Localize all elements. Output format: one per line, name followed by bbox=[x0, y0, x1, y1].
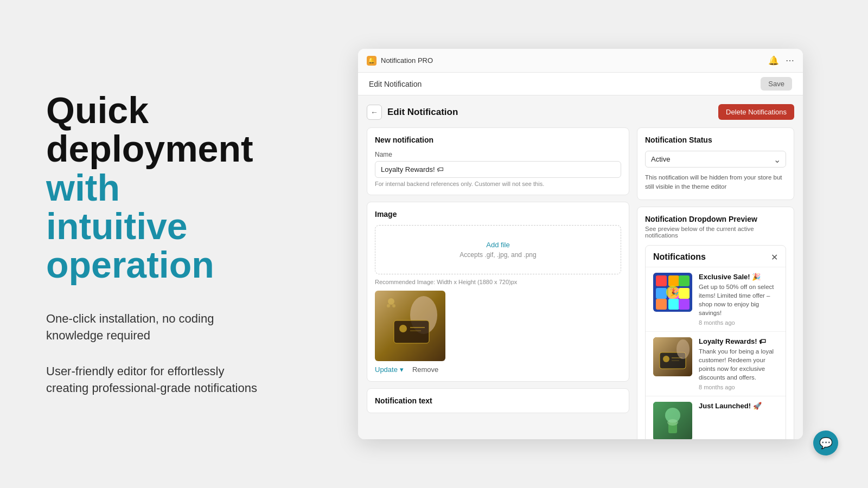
upload-accepts-hint: Accepts .gif, .jpg, and .png bbox=[391, 251, 605, 259]
title-line4: intuitive bbox=[46, 206, 188, 247]
notif-item-1-time: 8 months ago bbox=[699, 319, 778, 326]
status-card: Notification Status Active Inactive Draf… bbox=[637, 127, 794, 200]
hero-title: Quick deployment with intuitive operatio… bbox=[46, 91, 260, 285]
left-column: New notification Name For internal backe… bbox=[367, 127, 629, 439]
back-icon: ← bbox=[371, 108, 378, 117]
notif-item-2-time: 8 months ago bbox=[699, 384, 778, 390]
notif-item-2-title: Loyalty Rewards! 🏷 bbox=[699, 337, 778, 345]
svg-point-32 bbox=[667, 419, 678, 426]
notification-item-1-content: Exclusive Sale! 🎉 Get up to 50% off on s… bbox=[699, 273, 778, 326]
notification-text-title: Notification text bbox=[375, 396, 621, 405]
svg-rect-12 bbox=[668, 275, 679, 286]
page-title: Edit Notification bbox=[387, 107, 458, 118]
svg-point-4 bbox=[399, 325, 407, 332]
update-label: Update bbox=[375, 365, 398, 374]
svg-rect-13 bbox=[679, 275, 690, 286]
breadcrumb-bar: Edit Notification Save bbox=[358, 73, 803, 95]
remove-link[interactable]: Remove bbox=[412, 365, 438, 374]
image-actions: Update ▾ Remove bbox=[375, 365, 621, 374]
preview-panel: Notification Dropdown Preview See previe… bbox=[637, 207, 794, 440]
right-panel: 🔔 Notification PRO 🔔 ⋯ Edit Notification… bbox=[304, 0, 868, 488]
notification-item-1-image: 🎉 bbox=[653, 273, 692, 312]
svg-point-28 bbox=[676, 339, 690, 359]
notification-item-3-image bbox=[653, 402, 692, 439]
svg-rect-14 bbox=[656, 288, 667, 299]
new-notification-title: New notification bbox=[375, 136, 621, 144]
name-input[interactable] bbox=[375, 161, 621, 178]
topbar-left: 🔔 Notification PRO bbox=[367, 56, 433, 66]
svg-rect-17 bbox=[656, 299, 667, 310]
dropdown-title: Notifications bbox=[653, 252, 706, 262]
notification-item-1[interactable]: 🎉 Exclusive Sale! 🎉 Get up to 50% off on… bbox=[646, 267, 786, 331]
notification-text-card: Notification text bbox=[367, 388, 629, 413]
status-select-wrapper: Active Inactive Draft bbox=[645, 151, 786, 168]
image-card-title: Image bbox=[375, 210, 621, 219]
name-label: Name bbox=[375, 151, 621, 158]
update-button[interactable]: Update ▾ bbox=[375, 365, 404, 374]
page-header-left: ← Edit Notification bbox=[367, 105, 458, 120]
hero-subtitle2: User-friendly editor for effortlessly cr… bbox=[46, 363, 260, 397]
svg-rect-11 bbox=[656, 275, 667, 286]
chat-icon: 💬 bbox=[819, 436, 833, 450]
notif-item-2-desc: Thank you for being a loyal customer! Re… bbox=[699, 347, 778, 382]
svg-point-7 bbox=[388, 298, 394, 305]
notification-item-3[interactable]: Just Launched! 🚀 bbox=[646, 396, 786, 439]
svg-text:🎉: 🎉 bbox=[669, 288, 679, 297]
back-button[interactable]: ← bbox=[367, 105, 382, 120]
topbar-right: 🔔 ⋯ bbox=[768, 55, 794, 66]
image-rec-hint: Recommended Image: Width x Height (1880 … bbox=[375, 279, 621, 285]
right-column: Notification Status Active Inactive Draf… bbox=[637, 127, 794, 439]
name-hint: For internal backend references only. Cu… bbox=[375, 181, 621, 187]
save-button[interactable]: Save bbox=[761, 77, 792, 91]
svg-point-8 bbox=[387, 304, 390, 307]
left-panel: Quick deployment with intuitive operatio… bbox=[0, 48, 304, 440]
app-window: 🔔 Notification PRO 🔔 ⋯ Edit Notification… bbox=[358, 49, 803, 439]
update-chevron-icon: ▾ bbox=[400, 365, 404, 374]
notif-item-3-title: Just Launched! 🚀 bbox=[699, 402, 778, 410]
uploaded-image-preview bbox=[375, 291, 445, 361]
notif-item-1-desc: Get up to 50% off on select items! Limit… bbox=[699, 282, 778, 317]
app-title: Notification PRO bbox=[381, 56, 433, 65]
app-main: ← Edit Notification Delete Notifications… bbox=[358, 95, 803, 439]
svg-rect-2 bbox=[394, 320, 429, 343]
page-header: ← Edit Notification Delete Notifications bbox=[367, 104, 794, 120]
app-logo-icon: 🔔 bbox=[367, 56, 376, 66]
breadcrumb-text: Edit Notification bbox=[369, 80, 422, 88]
notification-item-3-content: Just Launched! 🚀 bbox=[699, 402, 778, 439]
two-column-layout: New notification Name For internal backe… bbox=[367, 127, 794, 439]
title-line2: deployment bbox=[46, 128, 253, 169]
svg-rect-16 bbox=[679, 288, 690, 299]
image-card: Image Add file Accepts .gif, .jpg, and .… bbox=[367, 202, 629, 382]
dropdown-header: Notifications ✕ bbox=[646, 246, 786, 267]
dropdown-close-button[interactable]: ✕ bbox=[771, 252, 778, 262]
title-line5: operation bbox=[46, 244, 214, 285]
notification-item-2[interactable]: Loyalty Rewards! 🏷 Thank you for being a… bbox=[646, 331, 786, 396]
status-card-title: Notification Status bbox=[645, 136, 786, 144]
title-line3: with bbox=[46, 167, 120, 208]
preview-hint: See preview below of the current active … bbox=[645, 226, 786, 239]
add-file-link[interactable]: Add file bbox=[391, 241, 605, 249]
chat-fab-button[interactable]: 💬 bbox=[813, 431, 838, 455]
delete-notifications-button[interactable]: Delete Notifications bbox=[718, 104, 794, 120]
notif-item-1-title: Exclusive Sale! 🎉 bbox=[699, 273, 778, 281]
bell-icon[interactable]: 🔔 bbox=[768, 55, 779, 66]
notification-item-2-content: Loyalty Rewards! 🏷 Thank you for being a… bbox=[699, 337, 778, 390]
preview-title: Notification Dropdown Preview bbox=[645, 215, 786, 223]
svg-point-25 bbox=[663, 356, 669, 362]
app-topbar: 🔔 Notification PRO 🔔 ⋯ bbox=[358, 49, 803, 73]
image-upload-area[interactable]: Add file Accepts .gif, .jpg, and .png bbox=[375, 225, 621, 274]
title-line1: Quick bbox=[46, 89, 149, 131]
more-icon[interactable]: ⋯ bbox=[786, 55, 794, 66]
status-select[interactable]: Active Inactive Draft bbox=[645, 151, 786, 168]
new-notification-card: New notification Name For internal backe… bbox=[367, 127, 629, 195]
svg-point-9 bbox=[392, 304, 395, 307]
svg-rect-18 bbox=[668, 299, 679, 310]
notification-item-2-image bbox=[653, 337, 692, 376]
svg-rect-19 bbox=[679, 299, 690, 310]
status-hint: This notification will be hidden from yo… bbox=[645, 173, 786, 192]
notification-dropdown: Notifications ✕ bbox=[645, 245, 786, 440]
hero-subtitle1: One-click installation, no coding knowle… bbox=[46, 311, 260, 344]
